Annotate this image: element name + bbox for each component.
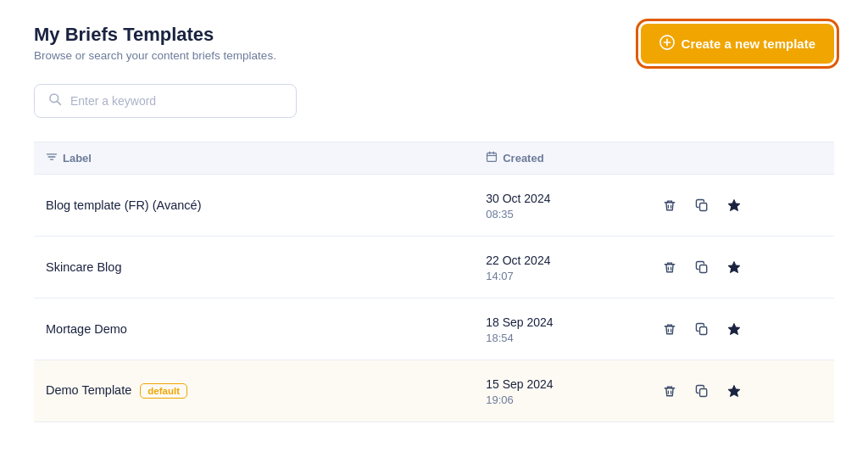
created-time: 08:35 — [486, 208, 638, 220]
svg-rect-8 — [487, 153, 497, 161]
copy-icon[interactable] — [694, 198, 709, 213]
created-column-text: Created — [503, 152, 543, 165]
row-label-cell: Blog template (FR) (Avancé) — [34, 175, 474, 237]
search-box — [34, 84, 297, 118]
created-time: 18:54 — [486, 332, 638, 344]
star-icon[interactable] — [726, 383, 742, 399]
plus-circle-icon — [659, 35, 675, 53]
row-label: Mortage Demo — [46, 322, 127, 336]
delete-icon[interactable] — [662, 321, 677, 337]
svg-rect-14 — [699, 204, 706, 211]
copy-icon[interactable] — [694, 383, 709, 399]
table-row: Skincare Blog 22 Oct 2024 14:07 — [34, 237, 834, 298]
actions-column-header — [650, 142, 834, 175]
svg-marker-19 — [728, 261, 740, 272]
table-row: Blog template (FR) (Avancé) 30 Oct 2024 … — [34, 175, 834, 237]
created-date: 30 Oct 2024 — [486, 190, 638, 208]
star-icon[interactable] — [726, 198, 742, 213]
search-icon — [48, 92, 62, 109]
svg-line-4 — [58, 102, 61, 105]
label-column-header: Label — [34, 142, 474, 175]
filter-icon — [46, 151, 58, 165]
templates-table: Label Created — [34, 142, 834, 422]
row-label-cell: Skincare Blog — [34, 237, 474, 298]
delete-icon[interactable] — [662, 198, 677, 213]
row-actions-cell — [650, 237, 834, 298]
row-created-cell: 30 Oct 2024 08:35 — [474, 175, 650, 237]
row-label: Demo Template — [46, 383, 131, 397]
row-label-cell: Demo Templatedefault — [34, 360, 474, 422]
label-column-text: Label — [63, 152, 92, 165]
copy-icon[interactable] — [694, 259, 709, 275]
svg-marker-23 — [728, 323, 740, 334]
star-icon[interactable] — [726, 259, 742, 275]
svg-rect-18 — [699, 265, 706, 273]
create-template-label: Create a new template — [682, 36, 815, 51]
row-label-cell: Mortage Demo — [34, 298, 474, 360]
copy-icon[interactable] — [694, 321, 709, 337]
row-actions-cell — [650, 360, 834, 422]
created-date: 22 Oct 2024 — [486, 252, 638, 270]
svg-rect-22 — [699, 327, 706, 335]
row-created-cell: 22 Oct 2024 14:07 — [474, 237, 650, 298]
default-badge: default — [140, 383, 187, 399]
delete-icon[interactable] — [662, 259, 677, 275]
table-header-row: Label Created — [34, 142, 834, 175]
created-time: 19:06 — [486, 393, 638, 406]
created-time: 14:07 — [486, 270, 638, 282]
created-date: 15 Sep 2024 — [486, 376, 638, 393]
row-actions-cell — [650, 298, 834, 360]
table-row: Demo Templatedefault 15 Sep 2024 19:06 — [34, 360, 834, 422]
search-input[interactable] — [70, 94, 282, 108]
row-label: Skincare Blog — [46, 260, 121, 274]
svg-marker-27 — [728, 385, 740, 396]
row-actions-cell — [650, 175, 834, 237]
row-created-cell: 15 Sep 2024 19:06 — [474, 360, 650, 422]
svg-marker-15 — [728, 199, 740, 210]
page-title: My Briefs Templates — [34, 24, 276, 46]
delete-icon[interactable] — [662, 383, 677, 399]
page-header: My Briefs Templates Browse or search you… — [34, 24, 276, 62]
row-created-cell: 18 Sep 2024 18:54 — [474, 298, 650, 360]
calendar-icon — [486, 151, 498, 165]
created-column-header: Created — [474, 142, 650, 175]
page-subtitle: Browse or search your content briefs tem… — [34, 49, 276, 62]
svg-rect-26 — [699, 389, 706, 397]
star-icon[interactable] — [726, 321, 742, 337]
created-date: 18 Sep 2024 — [486, 314, 638, 332]
table-row: Mortage Demo 18 Sep 2024 18:54 — [34, 298, 834, 360]
row-label: Blog template (FR) (Avancé) — [46, 198, 201, 212]
create-template-button[interactable]: Create a new template — [641, 24, 834, 64]
